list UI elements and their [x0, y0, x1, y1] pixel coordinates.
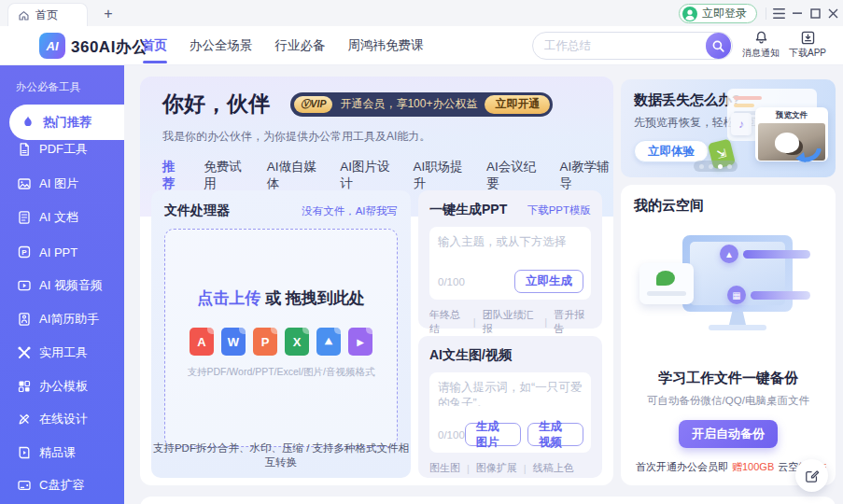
sidebar-item-label: C盘扩容	[39, 477, 84, 494]
sidebar-item-ai-image[interactable]: AI 图片	[17, 174, 78, 194]
ppt-char-counter: 0/100	[438, 276, 514, 287]
sidebar-item-ai-doc[interactable]: AI 文档	[17, 207, 78, 228]
sidebar-item-templates[interactable]: 办公模板	[17, 376, 88, 397]
course-icon	[17, 445, 32, 460]
sidebar-section-title: 办公必备工具	[16, 80, 80, 94]
nav-item-home[interactable]: 首页	[142, 26, 167, 65]
search-icon	[711, 39, 725, 53]
vip-badge-icon: ⓋVIP	[294, 96, 332, 113]
tab-meeting-notes[interactable]: AI会议纪要	[486, 159, 540, 192]
category-tabs: 推荐 免费试用 AI做自媒体 AI图片设计 AI职场提升 AI会议纪要 AI教学…	[162, 159, 613, 192]
excel-file-icon: X	[285, 328, 309, 356]
ppt-suggestions: 年终总结 | 团队业绩汇报 | 晋升报告	[429, 308, 591, 336]
sidebar-item-label: PDF工具	[39, 141, 88, 158]
sidebar-item-online-design[interactable]: 在线设计	[17, 409, 88, 429]
sidebar-item-pdf-tools[interactable]: PDF工具	[17, 139, 88, 160]
prompt-input[interactable]	[438, 380, 583, 406]
login-button[interactable]: 立即登录	[679, 4, 757, 23]
suggestion-item[interactable]: 图像扩展	[476, 461, 517, 475]
sidebar-item-ai-ppt[interactable]: P AI PPT	[17, 242, 77, 262]
sidebar-item-ai-resume[interactable]: AI简历助手	[17, 309, 99, 329]
file-processor-card: 文件处理器 没有文件，AI帮我写 点击上传或 拖拽到此处 A W P X ⛰ ▶…	[151, 190, 411, 478]
generate-video-button[interactable]: 生成视频	[527, 423, 583, 446]
tab-career[interactable]: AI职场提升	[414, 159, 467, 192]
suggestion-item[interactable]: 线稿上色	[533, 461, 574, 475]
document-icon	[17, 210, 32, 225]
data-recovery-card: ♪ 预览文件 ⇲ 数据丢失怎么办? 先预览再恢复，轻松找回 立即体验	[621, 79, 836, 177]
sidebar: 办公必备工具 热门推荐 PDF工具 AI 图片	[0, 65, 124, 504]
word-file-icon: W	[221, 328, 246, 356]
folder-pill-icon: ▲	[720, 245, 738, 263]
img-card-title: AI文生图/视频	[429, 347, 512, 364]
generate-image-button[interactable]: 生成图片	[465, 423, 521, 446]
suggestion-item[interactable]: 年终总结	[429, 308, 467, 336]
sidebar-item-hot[interactable]: 热门推荐	[9, 105, 124, 140]
sidebar-item-utilities[interactable]: 实用工具	[17, 343, 88, 363]
nav-item-free-course[interactable]: 周鸿祎免费课	[348, 26, 424, 65]
sidebar-item-courses[interactable]: 精品课	[17, 442, 76, 463]
carousel-dot[interactable]	[727, 164, 732, 169]
tab-self-media[interactable]: AI做自媒体	[267, 159, 320, 192]
close-button[interactable]	[824, 5, 841, 21]
carousel-dot[interactable]	[699, 164, 704, 169]
ai-write-link[interactable]: 没有文件，AI帮我写	[302, 204, 398, 218]
carousel-dots[interactable]	[694, 161, 738, 172]
suggestion-item[interactable]: 晋升报告	[554, 308, 591, 336]
vip-banner[interactable]: ⓋVIP 开通会员，享100+办公权益 立即开通	[290, 92, 553, 117]
search-input[interactable]	[533, 39, 706, 52]
img-input-box: 0/100 生成图片 生成视频	[429, 372, 591, 453]
sidebar-item-ai-av[interactable]: AI 视频音频	[17, 275, 103, 296]
new-tab-button[interactable]: +	[97, 3, 119, 25]
image-file-icon: ⛰	[316, 328, 341, 356]
maximize-button[interactable]	[807, 5, 823, 21]
upload-click-link[interactable]: 点击上传	[197, 289, 260, 307]
carousel-dot-active[interactable]	[718, 164, 723, 169]
suggestion-item[interactable]: 图生图	[429, 461, 460, 475]
carousel-dot[interactable]	[709, 164, 713, 169]
cloud-headline: 学习工作文件一键备份	[634, 370, 822, 387]
tab-free-trial[interactable]: 免费试用	[204, 159, 246, 192]
music-file-icon: ♪	[731, 113, 752, 135]
tab-teaching[interactable]: AI教学辅导	[560, 159, 613, 192]
suggestion-item[interactable]: 团队业绩汇报	[483, 308, 539, 336]
browser-tab-home[interactable]: 首页	[7, 3, 88, 26]
search-button[interactable]	[706, 33, 731, 59]
try-now-button[interactable]: 立即体验	[634, 140, 709, 162]
text-to-image-card: AI文生图/视频 0/100 生成图片 生成视频 图生图 | 图像扩展 | 线稿…	[418, 336, 602, 478]
vip-open-button[interactable]: 立即开通	[485, 95, 550, 114]
tab-image-design[interactable]: AI图片设计	[340, 159, 393, 192]
notifications-button[interactable]: 消息通知	[737, 30, 785, 60]
disk-icon	[17, 478, 32, 493]
restore-arrow-icon	[791, 148, 822, 173]
img-suggestions: 图生图 | 图像扩展 | 线稿上色	[429, 461, 591, 475]
minimize-button[interactable]	[789, 5, 806, 21]
menu-icon[interactable]	[770, 5, 787, 21]
image-icon	[17, 176, 32, 191]
nav-item-industry[interactable]: 行业必备	[275, 26, 326, 65]
tab-recommend[interactable]: 推荐	[162, 159, 184, 192]
login-label: 立即登录	[702, 6, 747, 21]
download-icon	[800, 30, 816, 46]
video-audio-icon	[17, 278, 32, 293]
tab-label: 首页	[35, 7, 58, 23]
cloud-card-title: 我的云空间	[634, 197, 822, 215]
supported-formats: 支持PDF/Word/PPT/Excel/图片/音视频格式	[187, 366, 374, 379]
download-app-button[interactable]: 下载APP	[783, 30, 832, 60]
generate-ppt-button[interactable]: 立即生成	[514, 270, 583, 293]
edit-icon	[805, 469, 820, 483]
resume-icon	[17, 312, 32, 327]
ppt-template-link[interactable]: 下载PPT模版	[527, 203, 591, 217]
note-text: 首次开通办公会员即	[636, 460, 728, 474]
brand-logo-icon: AI	[39, 33, 65, 59]
main-nav: 首页 办公全场景 行业必备 周鸿祎免费课	[142, 26, 424, 65]
feedback-button[interactable]	[795, 459, 828, 492]
nav-item-all-scenes[interactable]: 办公全场景	[190, 26, 253, 65]
vip-banner-text: 开通会员，享100+办公权益	[340, 96, 477, 112]
ppt-topic-input[interactable]	[438, 234, 583, 247]
upload-dropzone[interactable]: 点击上传或 拖拽到此处 A W P X ⛰ ▶ 支持PDF/Word/PPT/E…	[164, 229, 398, 447]
app-header: AI 360AI办公 首页 办公全场景 行业必备 周鸿祎免费课 消息通知	[0, 26, 843, 65]
auto-backup-button[interactable]: 开启自动备份	[679, 420, 778, 448]
sidebar-item-disk-expand[interactable]: C盘扩容	[17, 475, 84, 496]
sidebar-item-label: 实用工具	[39, 344, 88, 361]
cloud-illustration: ▲ ▦	[634, 218, 822, 366]
